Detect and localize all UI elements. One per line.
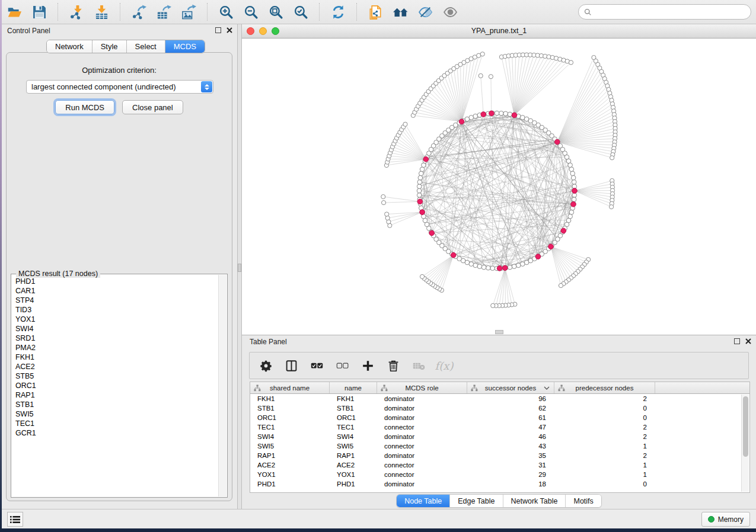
mcds-result-item[interactable]: STP4 <box>12 296 218 305</box>
toolbar-separator <box>356 3 357 21</box>
add-row-icon <box>362 360 374 372</box>
save-session-icon <box>32 5 47 20</box>
export-image-button[interactable] <box>180 3 197 21</box>
table-cell: PHD1 <box>330 479 377 489</box>
mcds-result-item[interactable]: SWI4 <box>12 324 218 334</box>
table-row[interactable]: TEC1TEC1connector472 <box>250 422 749 432</box>
tab-motifs[interactable]: Motifs <box>566 495 601 507</box>
table-row[interactable]: STB1STB1dominator620 <box>250 403 749 413</box>
mcds-result-scrollbar[interactable] <box>218 275 227 496</box>
tab-edge-table[interactable]: Edge Table <box>450 495 503 507</box>
add-row-button[interactable] <box>360 358 375 373</box>
mcds-result-item[interactable]: SWI5 <box>12 409 218 419</box>
table-cell-filler <box>655 441 749 451</box>
run-mcds-button[interactable]: Run MCDS <box>55 100 114 114</box>
table-cell: SWI5 <box>250 441 330 451</box>
table-cell-filler <box>655 422 749 432</box>
zoom-fit-icon <box>269 5 283 20</box>
select-all-button[interactable] <box>309 358 324 373</box>
table-cell-filler <box>655 403 749 413</box>
toolbar-separator <box>120 3 120 21</box>
mcds-result-item[interactable]: ACE2 <box>12 362 218 371</box>
function-builder-button[interactable]: f(x) <box>436 358 452 373</box>
search-box[interactable] <box>578 4 751 20</box>
mcds-result-item[interactable]: CAR1 <box>12 286 218 296</box>
table-cell: connector <box>377 441 467 451</box>
clear-function-button[interactable] <box>411 358 426 373</box>
column-header-predecessor-nodes[interactable]: predecessor nodes <box>554 382 655 393</box>
mcds-result-item[interactable]: GCR1 <box>12 428 218 438</box>
float-panel-icon[interactable] <box>215 27 221 33</box>
show-columns-button[interactable] <box>283 358 299 373</box>
mcds-result-item[interactable]: TEC1 <box>12 419 218 428</box>
mcds-result-item[interactable]: TID3 <box>12 305 218 315</box>
open-session-button[interactable] <box>5 3 23 21</box>
import-network-button[interactable] <box>68 3 85 21</box>
column-header-mcds-role[interactable]: MCDS role <box>377 382 467 393</box>
table-row[interactable]: ORC1ORC1dominator610 <box>250 413 749 422</box>
zoom-fit-button[interactable] <box>267 3 285 21</box>
table-row[interactable]: PHD1PHD1dominator180 <box>250 479 749 489</box>
close-panel-icon[interactable] <box>227 27 232 33</box>
zoom-selected-button[interactable] <box>292 3 310 21</box>
refresh-icon <box>331 5 346 20</box>
tab-network-table[interactable]: Network Table <box>503 495 566 507</box>
column-header-name[interactable]: name <box>330 382 377 393</box>
table-row[interactable]: SWI5SWI5connector431 <box>250 441 749 451</box>
close-table-panel-icon[interactable] <box>745 338 751 344</box>
network-file-icon <box>368 5 383 20</box>
vertical-splitter[interactable] <box>237 24 242 509</box>
delete-rows-button[interactable] <box>385 358 401 373</box>
tab-node-table[interactable]: Node Table <box>397 495 450 507</box>
tab-select[interactable]: Select <box>127 40 165 53</box>
column-header-shared-name[interactable]: shared name <box>250 382 330 393</box>
tab-mcds[interactable]: MCDS <box>165 40 205 53</box>
table-row[interactable]: RAP1RAP1dominator352 <box>250 451 749 460</box>
import-table-button[interactable] <box>92 3 110 21</box>
show-eye-button[interactable] <box>441 3 459 21</box>
close-panel-button[interactable]: Close panel <box>122 100 183 114</box>
mcds-result-item[interactable]: ORC1 <box>12 381 218 390</box>
float-table-panel-icon[interactable] <box>734 338 740 344</box>
table-row[interactable]: FKH1FKH1dominator962 <box>250 394 749 403</box>
zoom-out-button[interactable] <box>242 3 260 21</box>
table-scrollbar-thumb[interactable] <box>743 396 748 457</box>
export-table-button[interactable] <box>155 3 173 21</box>
network-graph[interactable] <box>242 39 756 335</box>
select-all-icon <box>311 360 323 372</box>
mcds-result-item[interactable]: STB5 <box>12 371 218 381</box>
import-network-icon <box>69 5 84 20</box>
network-canvas[interactable] <box>242 39 756 335</box>
task-history-button[interactable] <box>7 512 23 527</box>
horizontal-splitter-grip[interactable] <box>495 330 503 334</box>
save-session-button[interactable] <box>30 3 48 21</box>
tab-network[interactable]: Network <box>47 40 92 53</box>
tab-style[interactable]: Style <box>92 40 127 53</box>
mcds-result-item[interactable]: FKH1 <box>12 352 218 362</box>
mcds-result-item[interactable]: SRD1 <box>12 334 218 343</box>
table-row[interactable]: YOX1YOX1connector291 <box>250 470 749 479</box>
memory-button[interactable]: Memory <box>701 512 750 527</box>
mcds-result-item[interactable]: STB1 <box>12 400 218 409</box>
export-network-button[interactable] <box>130 3 148 21</box>
network-file-button[interactable] <box>366 3 384 21</box>
zoom-in-button[interactable] <box>217 3 235 21</box>
settings-button[interactable] <box>258 358 273 373</box>
table-cell: dominator <box>377 394 467 403</box>
deselect-all-button[interactable] <box>334 358 350 373</box>
splitter-grip[interactable] <box>238 264 241 272</box>
search-input[interactable] <box>595 8 751 16</box>
table-row[interactable]: ACE2ACE2connector311 <box>250 460 749 470</box>
refresh-button[interactable] <box>329 3 347 21</box>
column-header-successor-nodes[interactable]: successor nodes <box>467 382 554 393</box>
home-button[interactable] <box>391 3 409 21</box>
mcds-result-item[interactable]: RAP1 <box>12 390 218 400</box>
mcds-result-item[interactable]: YOX1 <box>12 315 218 324</box>
mcds-result-item[interactable]: PMA2 <box>12 343 218 352</box>
hide-eye-button[interactable] <box>416 3 434 21</box>
table-row[interactable]: SWI4SWI4dominator462 <box>250 432 749 441</box>
control-panel-title: Control Panel <box>7 27 50 35</box>
table-scrollbar[interactable] <box>741 395 749 492</box>
mcds-result-item[interactable]: PHD1 <box>12 277 218 286</box>
optimization-criterion-select[interactable]: largest connected component (undirected) <box>26 80 213 94</box>
